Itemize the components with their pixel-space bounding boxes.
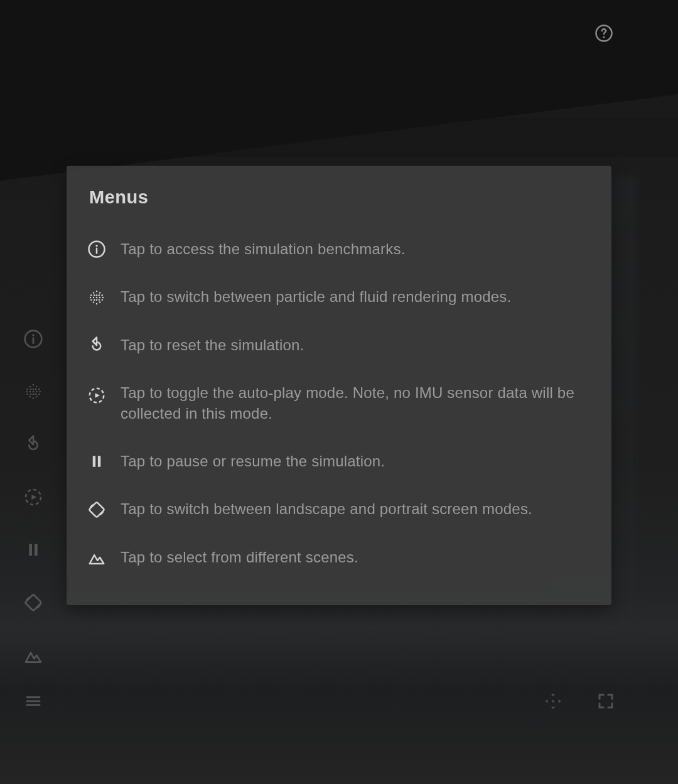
- autoplay-icon: [23, 487, 43, 507]
- menu-button[interactable]: [23, 690, 44, 712]
- menu-row-scene[interactable]: Tap to select from different scenes.: [87, 534, 591, 581]
- menu-text: Tap to access the simulation benchmarks.: [121, 239, 406, 259]
- sidebar-autoplay-button[interactable]: [23, 486, 44, 508]
- popover-title: Menus: [89, 187, 591, 208]
- sidebar-particles-button[interactable]: [23, 381, 44, 402]
- reset-icon: [23, 434, 43, 454]
- reset-icon: [87, 335, 107, 355]
- menu-row-autoplay[interactable]: Tap to toggle the auto-play mode. Note, …: [87, 369, 591, 438]
- sidebar: [23, 328, 44, 666]
- scene-icon: [23, 645, 43, 665]
- sidebar-pause-button[interactable]: [23, 539, 44, 561]
- menu-row-orientation[interactable]: Tap to switch between landscape and port…: [87, 485, 591, 533]
- rotate-icon: [87, 500, 107, 520]
- autoplay-icon: [87, 385, 107, 405]
- menu-text: Tap to select from different scenes.: [121, 547, 358, 567]
- particles-icon: [87, 287, 107, 308]
- rotate-icon: [23, 593, 43, 613]
- pause-icon: [23, 540, 43, 560]
- sidebar-info-button[interactable]: [23, 328, 44, 350]
- bottom-bar-left: [23, 690, 44, 712]
- sidebar-reset-button[interactable]: [23, 434, 44, 455]
- bottom-bar-right: [542, 690, 616, 712]
- menus-popover: Menus Tap to access the simulation bench…: [67, 166, 611, 605]
- info-icon: [87, 239, 107, 259]
- help-button[interactable]: [595, 24, 613, 43]
- menu-icon: [24, 692, 43, 711]
- fullscreen-icon: [596, 692, 615, 711]
- help-icon: [595, 24, 613, 43]
- pause-icon: [87, 451, 107, 471]
- menu-text: Tap to switch between landscape and port…: [121, 499, 532, 519]
- sidebar-rotate-button[interactable]: [23, 592, 44, 613]
- fullscreen-button[interactable]: [595, 690, 616, 712]
- move-icon: [544, 692, 562, 711]
- sidebar-scene-button[interactable]: [23, 645, 44, 666]
- menu-row-reset[interactable]: Tap to reset the simulation.: [87, 321, 591, 369]
- menu-text: Tap to toggle the auto-play mode. Note, …: [121, 383, 591, 424]
- menu-text: Tap to switch between particle and fluid…: [121, 287, 511, 307]
- particles-icon: [23, 382, 43, 402]
- menu-text: Tap to pause or resume the simulation.: [121, 451, 385, 471]
- menu-row-rendermode[interactable]: Tap to switch between particle and fluid…: [87, 273, 591, 321]
- menu-row-benchmarks[interactable]: Tap to access the simulation benchmarks.: [87, 225, 591, 273]
- info-icon: [23, 329, 43, 349]
- menu-row-pause[interactable]: Tap to pause or resume the simulation.: [87, 438, 591, 485]
- move-button[interactable]: [542, 690, 564, 712]
- menu-text: Tap to reset the simulation.: [121, 335, 304, 355]
- scene-icon: [87, 547, 107, 567]
